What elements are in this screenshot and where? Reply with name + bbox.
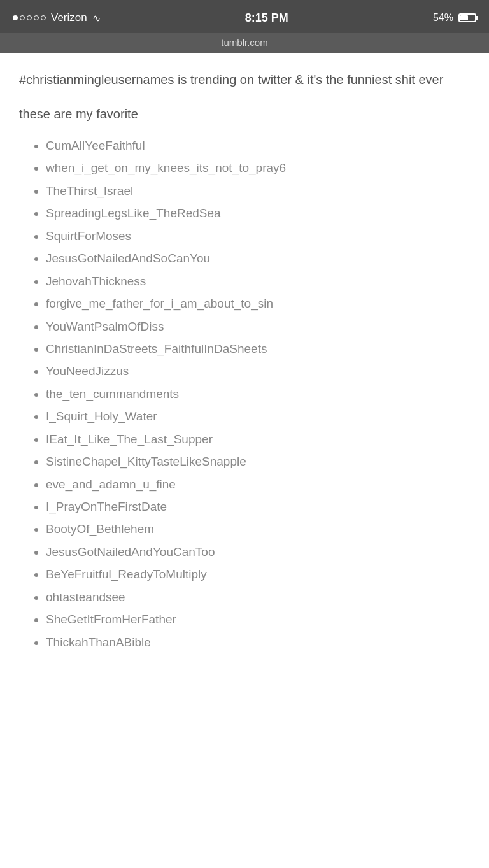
wifi-icon: ∿	[92, 12, 101, 24]
list-item: SistineChapel_KittyTasteLikeSnapple	[46, 450, 470, 473]
list-item: SheGetItFromHerFather	[46, 608, 470, 630]
list-item: when_i_get_on_my_knees_its_not_to_pray6	[46, 157, 470, 179]
time-display: 8:15 PM	[245, 11, 288, 25]
list-item: ChristianInDaStreets_FaithfulInDaSheets	[46, 338, 470, 360]
battery-icon	[458, 13, 476, 22]
status-bar: Verizon ∿ 8:15 PM 54%	[0, 0, 489, 33]
signal-dot-1	[13, 15, 18, 20]
list-item: YouWantPsalmOfDiss	[46, 315, 470, 338]
status-left: Verizon ∿	[13, 11, 101, 24]
list-item: IEat_It_Like_The_Last_Supper	[46, 428, 470, 450]
list-item: I_Squirt_Holy_Water	[46, 405, 470, 427]
url-bar[interactable]: tumblr.com	[0, 33, 489, 53]
favorite-label: these are my favorite	[19, 107, 470, 122]
list-item: forgive_me_father_for_i_am_about_to_sin	[46, 292, 470, 315]
list-item: SquirtForMoses	[46, 225, 470, 247]
list-item: ThickahThanABible	[46, 631, 470, 653]
url-text: tumblr.com	[221, 37, 267, 48]
list-item: JehovahThickness	[46, 270, 470, 292]
status-right: 54%	[433, 12, 476, 24]
signal-dot-3	[27, 15, 32, 20]
list-item: YouNeedJizzus	[46, 360, 470, 382]
list-item: SpreadingLegsLike_TheRedSea	[46, 202, 470, 224]
battery-fill	[460, 15, 468, 20]
battery-percent: 54%	[433, 12, 453, 24]
signal-dot-2	[20, 15, 25, 20]
signal-dots	[13, 15, 46, 20]
list-item: JesusGotNailedAndYouCanToo	[46, 541, 470, 563]
username-list: CumAllYeeFaithfulwhen_i_get_on_my_knees_…	[19, 134, 470, 653]
signal-dot-5	[41, 15, 46, 20]
intro-paragraph: #christianmingleusernames is trending on…	[19, 71, 470, 89]
list-item: CumAllYeeFaithful	[46, 134, 470, 157]
list-item: ohtasteandsee	[46, 586, 470, 608]
list-item: I_PrayOnTheFirstDate	[46, 495, 470, 518]
list-item: the_ten_cummandments	[46, 383, 470, 405]
signal-dot-4	[34, 15, 39, 20]
list-item: BootyOf_Bethlehem	[46, 518, 470, 540]
list-item: BeYeFruitful_ReadyToMultiply	[46, 563, 470, 585]
list-item: eve_and_adamn_u_fine	[46, 473, 470, 495]
list-item: TheThirst_Israel	[46, 180, 470, 202]
list-item: JesusGotNailedAndSoCanYou	[46, 247, 470, 269]
battery-outline	[458, 13, 476, 22]
carrier-label: Verizon	[51, 11, 87, 24]
content-area: #christianmingleusernames is trending on…	[0, 53, 489, 868]
